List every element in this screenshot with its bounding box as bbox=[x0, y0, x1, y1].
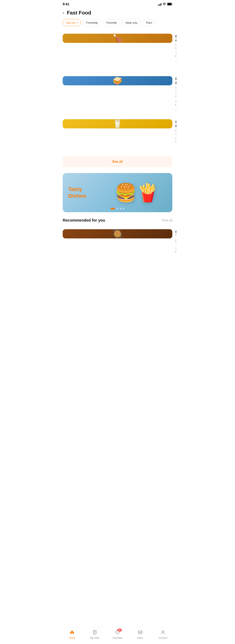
nav-favorites-label: Favorites bbox=[112, 636, 122, 639]
restaurant-list: 🍗 Hana Chicken Fried Chicken 15 mins • 4… bbox=[59, 30, 176, 152]
banner-dots bbox=[111, 208, 124, 210]
back-button[interactable]: ‹ bbox=[63, 10, 64, 16]
recommended-list: 🥘 Mr. John Tapas Best Tapas in Town 35 m… bbox=[59, 226, 176, 262]
nav-account-label: Account bbox=[158, 636, 167, 639]
filter-bar: Sort by ▾ Freeship Favorite Near you Par… bbox=[59, 19, 176, 30]
filter-freeship[interactable]: Freeship bbox=[83, 19, 101, 26]
signal-icon bbox=[158, 3, 161, 6]
header: ‹ Fast Food bbox=[59, 8, 176, 19]
banner-food-image: 🍔🍟 bbox=[101, 173, 172, 212]
restaurant-name: Neighbor Milk bbox=[176, 120, 176, 128]
nav-inbox[interactable]: Inbox bbox=[129, 630, 152, 639]
restaurant-name: Mr. John Tapas bbox=[176, 230, 176, 238]
restaurant-name: Bamsu Restaurant bbox=[176, 77, 176, 85]
account-icon bbox=[160, 630, 165, 636]
recommended-header: Recommended for you View all bbox=[59, 218, 176, 226]
nav-account[interactable]: Account bbox=[152, 630, 174, 639]
restaurant-image-hana: 🍗 bbox=[63, 34, 172, 43]
table-row[interactable]: 🥘 Mr. John Tapas Best Tapas in Town 35 m… bbox=[63, 226, 172, 262]
battery-icon bbox=[167, 3, 172, 6]
status-bar: 9:41 bbox=[59, 0, 176, 8]
restaurant-info-milk: Neighbor Milk Dairy Drinks & Smoothies 3… bbox=[176, 119, 176, 149]
tag-freeship: Freeship bbox=[176, 145, 176, 149]
table-row[interactable]: 🍗 Hana Chicken Fried Chicken 15 mins • 4… bbox=[63, 30, 172, 72]
nav-favorites[interactable]: 99+ Favorites bbox=[106, 630, 129, 639]
tags-tapas: Freeship bbox=[176, 255, 176, 259]
bottom-nav: Home My order 99+ Favorites I bbox=[59, 627, 176, 644]
page-title: Fast Food bbox=[67, 10, 91, 16]
nav-myorder-label: My order bbox=[90, 636, 99, 639]
restaurant-name: Hana Chicken bbox=[176, 34, 176, 43]
tags-bamsu: Freeship bbox=[176, 108, 176, 112]
home-icon bbox=[70, 630, 74, 636]
dot-2 bbox=[116, 208, 118, 210]
banner-text: Tasty Dishes bbox=[68, 186, 86, 199]
promo-banner[interactable]: Tasty Dishes 🍔🍟 bbox=[63, 173, 172, 212]
nav-home[interactable]: Home bbox=[61, 630, 84, 639]
nav-myorder[interactable]: My order bbox=[84, 630, 106, 639]
view-all-button[interactable]: View all bbox=[162, 219, 172, 222]
food-emoji: 🥛 bbox=[112, 119, 122, 128]
dot-1 bbox=[111, 208, 115, 210]
restaurant-info-hana: Hana Chicken Fried Chicken 15 mins • 4.8… bbox=[176, 34, 176, 69]
restaurant-meta: 35 mins • 4.1 ★ bbox=[176, 137, 176, 143]
restaurant-meta: 15 mins • 4.8 ★ bbox=[176, 51, 176, 58]
dot-3 bbox=[120, 208, 121, 210]
see-all-button[interactable]: See all bbox=[63, 156, 172, 167]
nav-inbox-label: Inbox bbox=[137, 636, 143, 639]
restaurant-info-bamsu: Bamsu Restaurant Chicken Salad, Sandwich… bbox=[176, 76, 176, 112]
tag-freeship: Freeship bbox=[176, 255, 176, 259]
restaurant-image-tapas: 🥘 bbox=[63, 229, 172, 238]
tags-hana: Freeship Near you bbox=[176, 59, 176, 69]
filter-parn[interactable]: Parn bbox=[143, 19, 156, 26]
favorites-badge: 99+ bbox=[117, 629, 122, 632]
filter-sort[interactable]: Sort by ▾ bbox=[63, 19, 81, 26]
tag-freeship: Freeship bbox=[176, 108, 176, 112]
heart-icon: 99+ bbox=[115, 630, 120, 636]
svg-point-0 bbox=[164, 5, 164, 5]
restaurant-cuisine: Dairy Drinks & Smoothies bbox=[176, 129, 176, 135]
tag-freeship: Freeship bbox=[176, 59, 176, 63]
order-icon bbox=[92, 630, 97, 636]
tag-nearyou: Near you bbox=[176, 65, 176, 69]
wifi-icon bbox=[162, 3, 166, 6]
food-emoji: 🍗 bbox=[112, 34, 122, 43]
restaurant-info-tapas: Mr. John Tapas Best Tapas in Town 35 min… bbox=[176, 229, 176, 259]
table-row[interactable]: 🥪 Bamsu Restaurant Chicken Salad, Sandwi… bbox=[63, 72, 172, 116]
restaurant-image-bamsu: 🥪 bbox=[63, 76, 172, 85]
table-row[interactable]: 🥛 Neighbor Milk Dairy Drinks & Smoothies… bbox=[63, 116, 172, 152]
status-icons bbox=[158, 3, 172, 6]
tags-milk: Freeship bbox=[176, 145, 176, 149]
dot-4 bbox=[123, 208, 124, 210]
svg-rect-2 bbox=[168, 3, 171, 5]
restaurant-meta: 35 mins • 4.1 ★ bbox=[176, 247, 176, 253]
restaurant-cuisine: Fried Chicken bbox=[176, 44, 176, 50]
svg-point-8 bbox=[162, 630, 164, 632]
nav-home-label: Home bbox=[69, 636, 75, 639]
inbox-icon bbox=[138, 630, 142, 636]
food-emoji: 🥘 bbox=[112, 229, 122, 238]
filter-nearyou[interactable]: Near you bbox=[122, 19, 141, 26]
restaurant-image-milk: 🥛 bbox=[63, 119, 172, 128]
restaurant-cuisine: Best Tapas in Town bbox=[176, 239, 176, 245]
status-time: 9:41 bbox=[63, 2, 69, 6]
food-emoji: 🥪 bbox=[112, 76, 122, 85]
recommended-title: Recommended for you bbox=[63, 218, 105, 222]
restaurant-cuisine: Chicken Salad, Sandwich & Desserts bbox=[176, 86, 176, 98]
filter-favorite[interactable]: Favorite bbox=[103, 19, 120, 26]
chevron-down-icon: ▾ bbox=[76, 21, 78, 24]
restaurant-meta: 35 mins • 4.1 ★ bbox=[176, 100, 176, 106]
